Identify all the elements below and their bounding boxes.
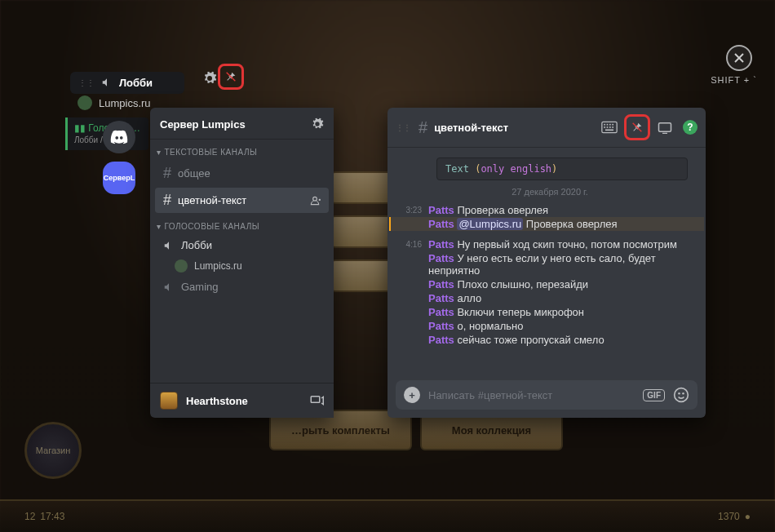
message-timestamp xyxy=(396,306,422,308)
chat-message[interactable]: Patts алло xyxy=(396,291,704,305)
chat-message[interactable]: Patts @Lumpics.ru Проверка оверлея xyxy=(389,217,704,231)
svg-rect-3 xyxy=(607,124,609,126)
help-icon[interactable]: ? xyxy=(683,120,698,135)
code-block: Text (only english) xyxy=(436,157,688,180)
message-timestamp xyxy=(396,218,422,219)
server-panel: Сервер Lumpics ▾ ТЕКСТОВЫЕ КАНАЛЫ # обще… xyxy=(150,108,334,418)
drag-handle-icon[interactable]: ⋮⋮ xyxy=(396,123,410,132)
voice-widget-channel: Лобби xyxy=(119,77,153,89)
emoji-icon[interactable] xyxy=(673,387,689,403)
keyboard-icon[interactable] xyxy=(601,119,618,135)
category-voice-channels[interactable]: ▾ ГОЛОСОВЫЕ КАНАЛЫ xyxy=(150,214,334,234)
coin-icon: ● xyxy=(745,511,751,522)
message-content: о, нормально xyxy=(457,320,528,332)
date-divider: 27 декабря 2020 г. xyxy=(396,187,704,197)
hs-shop-badge: Магазин xyxy=(24,422,82,479)
chat-pin-highlight xyxy=(624,114,650,140)
message-content: @Lumpics.ru Проверка оверлея xyxy=(457,218,622,230)
svg-rect-9 xyxy=(612,126,613,128)
message-content: У него есть если у него есть сало, будет… xyxy=(428,252,656,277)
message-content: алло xyxy=(457,292,486,304)
mention[interactable]: @Lumpics.ru xyxy=(457,218,523,230)
message-author: Patts xyxy=(428,218,454,230)
chat-input-placeholder: Написать #цветной-текст xyxy=(428,389,635,401)
chat-message[interactable]: Patts сейчас тоже пропускай смело xyxy=(396,333,704,347)
svg-point-12 xyxy=(675,388,689,402)
channel-voice-lobby[interactable]: Лобби xyxy=(155,235,329,255)
chat-input[interactable]: + Написать #цветной-текст GIF xyxy=(396,380,698,410)
chat-message[interactable]: Patts о, нормально xyxy=(396,319,704,333)
message-timestamp xyxy=(396,278,422,280)
speaker-icon xyxy=(163,282,175,293)
chat-message[interactable]: 3:23Patts Проверка оверлея xyxy=(396,203,704,217)
discord-home-button[interactable] xyxy=(103,121,135,153)
voice-member-name: Lumpics.ru xyxy=(194,260,242,272)
svg-rect-10 xyxy=(605,130,613,131)
chat-header: ⋮⋮ # цветной-текст ? xyxy=(388,108,706,148)
pin-icon[interactable] xyxy=(629,119,645,135)
message-author: Patts xyxy=(428,278,454,290)
channel-label: Gaming xyxy=(181,281,219,293)
hash-icon: # xyxy=(163,165,171,182)
message-content: Включи теперь микрофон xyxy=(457,306,589,318)
message-author: Patts xyxy=(428,292,454,304)
code-token: Text xyxy=(445,163,469,175)
message-content: Ну первый ход скип точно, потом посмотри… xyxy=(457,238,681,250)
message-timestamp: 4:16 xyxy=(396,238,422,249)
avatar xyxy=(78,95,92,110)
chat-message[interactable]: Patts У него есть если у него есть сало,… xyxy=(396,251,704,277)
voice-widget[interactable]: ⋮⋮ Лобби xyxy=(70,72,184,94)
overlay-close-button[interactable] xyxy=(726,45,752,71)
chat-message[interactable]: Patts Плохо слышно, перезайди xyxy=(396,277,704,291)
category-label: ТЕКСТОВЫЕ КАНАЛЫ xyxy=(165,148,258,157)
hs-level: 12 xyxy=(24,511,35,522)
drag-handle-icon[interactable]: ⋮⋮ xyxy=(78,78,95,87)
chat-message[interactable]: Patts Включи теперь микрофон xyxy=(396,305,704,319)
svg-point-14 xyxy=(682,392,684,395)
channel-text-colored[interactable]: # цветной-текст xyxy=(155,188,329,213)
voice-channel-member[interactable]: Lumpics.ru xyxy=(150,256,334,276)
message-timestamp xyxy=(396,252,422,254)
svg-rect-5 xyxy=(612,124,613,126)
channel-label: цветной-текст xyxy=(178,194,246,206)
message-timestamp xyxy=(396,320,422,321)
server-header[interactable]: Сервер Lumpics xyxy=(150,108,334,140)
svg-rect-4 xyxy=(609,124,611,126)
svg-rect-2 xyxy=(604,124,605,126)
server-settings-icon[interactable] xyxy=(311,117,324,131)
chat-message[interactable]: 4:16Patts Ну первый ход скип точно, пото… xyxy=(396,237,704,251)
game-activity-bar: Hearthstone xyxy=(150,383,334,418)
message-author: Patts xyxy=(428,334,454,346)
stream-screen-icon[interactable] xyxy=(309,393,324,408)
voice-widget-user: Lumpics.ru xyxy=(99,97,151,109)
avatar xyxy=(175,259,188,273)
voice-widget-settings-icon[interactable] xyxy=(202,71,217,86)
server-icon-lumpics[interactable]: СерверL xyxy=(103,162,135,194)
invite-icon[interactable] xyxy=(309,195,321,206)
hearthstone-icon xyxy=(160,392,178,410)
code-token: ) xyxy=(551,163,557,175)
pin-icon[interactable] xyxy=(224,70,237,83)
channel-text-general[interactable]: # общее xyxy=(155,161,329,186)
channel-voice-gaming[interactable]: Gaming xyxy=(155,277,329,297)
message-content: Плохо слышно, перезайди xyxy=(457,278,593,290)
svg-rect-6 xyxy=(604,126,605,128)
gif-button[interactable]: GIF xyxy=(643,389,665,401)
message-author: Patts xyxy=(428,252,454,264)
message-author: Patts xyxy=(428,306,454,318)
chat-channel-name: цветной-текст xyxy=(434,122,508,134)
voice-widget-user-row: Lumpics.ru xyxy=(78,95,151,110)
hash-icon: # xyxy=(163,192,171,209)
attach-icon[interactable]: + xyxy=(404,387,420,403)
svg-rect-8 xyxy=(609,126,611,128)
channel-label: Лобби xyxy=(181,239,212,251)
message-author: Patts xyxy=(428,320,454,332)
hs-gold-amount: 1370 xyxy=(718,511,740,522)
speaker-icon xyxy=(163,240,175,251)
category-text-channels[interactable]: ▾ ТЕКСТОВЫЕ КАНАЛЫ xyxy=(150,140,334,160)
overlay-shortcut-hint: SHIFT + ` xyxy=(711,75,757,85)
message-content: сейчас тоже пропускай смело xyxy=(457,334,609,346)
chat-messages[interactable]: Text (only english) 27 декабря 2020 г. 3… xyxy=(388,148,706,375)
popup-window-icon[interactable] xyxy=(657,119,673,135)
channel-label: общее xyxy=(178,167,210,180)
